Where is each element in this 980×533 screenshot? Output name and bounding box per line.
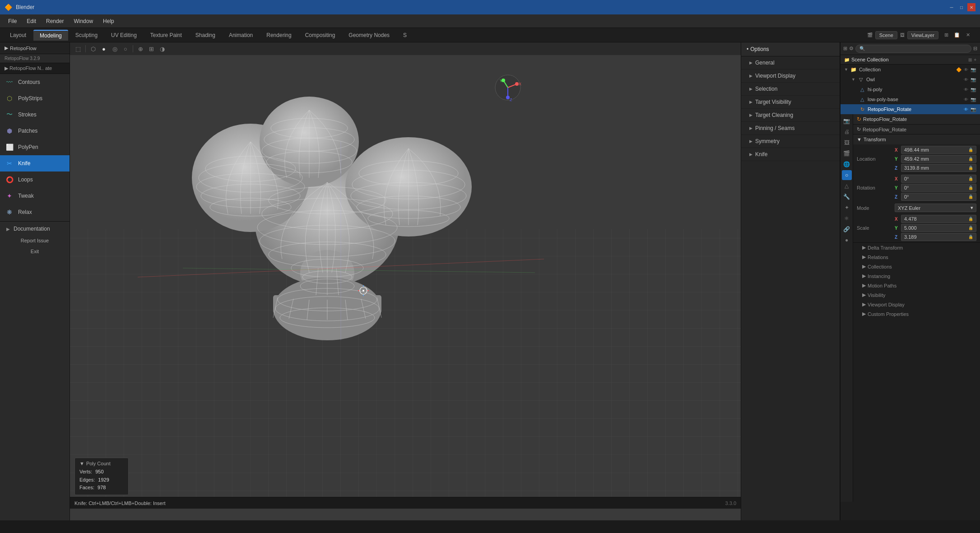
close-area-icon[interactable]: ✕ [963,30,973,40]
editor-type-icon[interactable]: 📋 [952,30,962,40]
lowpoly-eye-icon[interactable]: 👁 [963,96,969,102]
tool-polystrips[interactable]: ⬡ PolyStrips [0,90,70,107]
report-issue-link[interactable]: Report Issue [0,235,70,246]
xray-toggle[interactable]: ◑ [158,44,167,53]
visibility-section[interactable]: ▶ Visibility [853,290,980,300]
tab-rendering[interactable]: Rendering [260,30,297,40]
viewport[interactable]: ⬚ ⬡ ● ◎ ○ ⊕ ⊞ ◑ [70,42,741,520]
props-view-layer-icon[interactable]: 🖼 [842,138,852,148]
tab-layout[interactable]: Layout [4,30,33,40]
overlay-toggle[interactable]: ⊞ [147,44,156,53]
viewport-shading-solid[interactable]: ● [99,44,108,53]
viewport-display-section[interactable]: ▶ Viewport Display [853,300,980,309]
options-viewport-display[interactable]: ▶ Viewport Display [741,70,840,83]
menu-window[interactable]: Window [69,16,98,26]
scale-y-field[interactable]: 5.000 🔒 [901,224,976,232]
documentation-item[interactable]: ▶ Documentation [0,222,70,235]
custom-properties-section[interactable]: ▶ Custom Properties [853,309,980,319]
props-world-icon[interactable]: 🌐 [842,159,852,169]
props-output-icon[interactable]: 🖨 [842,127,852,137]
menu-edit[interactable]: Edit [22,16,41,26]
close-button[interactable]: ✕ [967,3,975,11]
tool-relax[interactable]: ❋ Relax [0,204,70,220]
exit-link[interactable]: Exit [0,246,70,257]
collections-section[interactable]: ▶ Collections [853,262,980,271]
props-mesh-icon[interactable]: △ [842,181,852,191]
props-object-icon[interactable]: ○ [842,170,852,180]
tab-texture-paint[interactable]: Texture Paint [144,30,188,40]
tree-low-poly-base[interactable]: △ low-poly-base 👁 📷 [841,94,980,104]
collection-render-icon[interactable]: 📷 [970,66,976,73]
lowpoly-render-icon[interactable]: 📷 [970,96,976,102]
props-particles-icon[interactable]: ✦ [842,203,852,213]
tree-owl[interactable]: ▼ ▽ Owl 👁 📷 [841,74,980,84]
scale-z-field[interactable]: 3.189 🔒 [901,233,976,241]
delta-transform-section[interactable]: ▶ Delta Transform [853,243,980,252]
retopo-header[interactable]: ▶ RetopoFlow [0,42,70,54]
tab-sculpting[interactable]: Sculpting [69,30,104,40]
editor-type-button[interactable]: ⬚ [74,44,83,53]
tab-scripting[interactable]: S [397,30,413,40]
collection-eye-icon[interactable]: 👁 [963,66,969,73]
tree-hi-poly[interactable]: △ hi-poly 👁 📷 [841,84,980,94]
collection-filter-icon[interactable]: ⊞ [968,57,972,62]
options-selection[interactable]: ▶ Selection [741,83,840,96]
tool-tweak[interactable]: ✦ Tweak [0,188,70,204]
tab-compositing[interactable]: Compositing [299,30,342,40]
tool-strokes[interactable]: 〜 Strokes [0,107,70,123]
gizmo-toggle[interactable]: ⊕ [136,44,145,53]
owl-render-icon[interactable]: 📷 [970,76,976,83]
viewport-shading-material[interactable]: ◎ [110,44,119,53]
collection-add-icon[interactable]: + [974,57,976,62]
tool-contours[interactable]: 〰 Contours [0,74,70,90]
rtf-render-icon[interactable]: 📷 [970,106,976,112]
scale-x-lock-icon[interactable]: 🔒 [968,217,973,221]
mode-select[interactable]: XYZ Euler ▾ [895,204,976,212]
instancing-section[interactable]: ▶ Instancing [853,271,980,281]
options-knife[interactable]: ▶ Knife [741,148,840,161]
options-symmetry[interactable]: ▶ Symmetry [741,135,840,148]
scale-x-field[interactable]: 4.478 🔒 [901,215,976,223]
tool-polypen[interactable]: ⬜ PolyPen [0,139,70,155]
props-modifier-icon[interactable]: 🔧 [842,192,852,202]
props-material-icon[interactable]: ● [842,235,852,245]
viewport-shading-wire[interactable]: ⬡ [88,44,98,53]
tab-modeling[interactable]: Modeling [33,30,68,41]
options-target-visibility[interactable]: ▶ Target Visibility [741,96,840,109]
maximize-button[interactable]: □ [957,3,966,11]
loc-y-field[interactable]: 459.42 mm 🔒 [901,155,976,163]
minimize-button[interactable]: ─ [947,3,956,11]
view-layer-selector[interactable]: ViewLayer [907,31,938,39]
rot-x-lock-icon[interactable]: 🔒 [968,176,973,181]
loc-y-lock-icon[interactable]: 🔒 [968,157,973,161]
rot-y-field[interactable]: 0° 🔒 [901,184,976,192]
transform-header[interactable]: ▼ Transform [853,134,980,144]
rot-y-lock-icon[interactable]: 🔒 [968,185,973,190]
tab-geometry-nodes[interactable]: Geometry Nodes [342,30,396,40]
loc-z-lock-icon[interactable]: 🔒 [968,166,973,170]
menu-file[interactable]: File [4,16,21,26]
loc-z-field[interactable]: 3139.8 mm 🔒 [901,164,976,172]
rot-z-lock-icon[interactable]: 🔒 [968,195,973,199]
rtf-eye-icon[interactable]: 👁 [963,106,969,112]
owl-eye-icon[interactable]: 👁 [963,76,969,83]
tab-uv-editing[interactable]: UV Editing [105,30,143,40]
rot-x-field[interactable]: 0° 🔒 [901,175,976,183]
props-search-bar[interactable]: 🔍 [855,45,971,53]
options-general[interactable]: ▶ General [741,56,840,70]
props-physics-icon[interactable]: ⚛ [842,213,852,223]
motion-paths-section[interactable]: ▶ Motion Paths [853,281,980,290]
menu-render[interactable]: Render [42,16,68,26]
hipoly-eye-icon[interactable]: 👁 [963,86,969,93]
tool-loops[interactable]: ⭕ Loops [0,171,70,188]
scale-y-lock-icon[interactable]: 🔒 [968,226,973,230]
tool-knife[interactable]: ✂ Knife [0,155,70,171]
collection-restrict-icon[interactable]: 🔶 [956,66,962,73]
viewport-shading-render[interactable]: ○ [121,44,130,53]
tool-patches[interactable]: ⬢ Patches [0,123,70,139]
loc-x-lock-icon[interactable]: 🔒 [968,148,973,152]
scene-selector[interactable]: Scene [875,31,897,39]
tab-shading[interactable]: Shading [189,30,222,40]
hipoly-render-icon[interactable]: 📷 [970,86,976,93]
rot-z-field[interactable]: 0° 🔒 [901,193,976,201]
